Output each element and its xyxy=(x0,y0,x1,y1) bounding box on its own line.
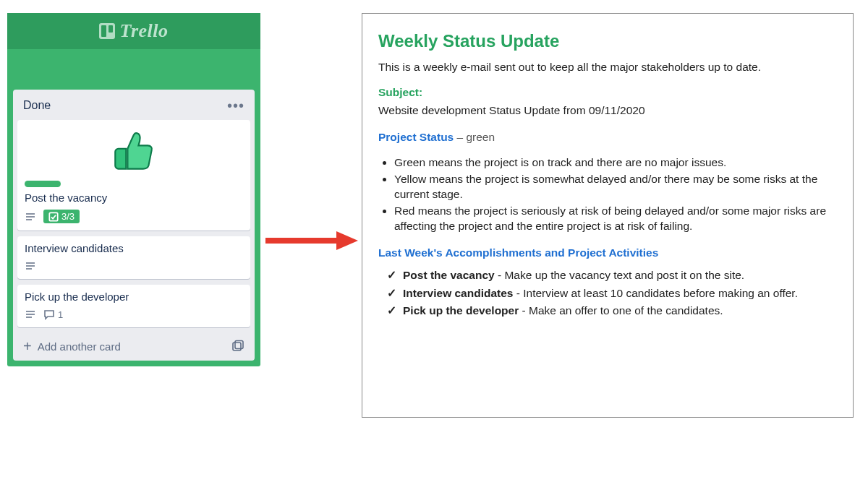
trello-header: Trello xyxy=(7,13,260,49)
status-update-document: Weekly Status Update This is a weekly e-… xyxy=(362,13,854,418)
card-cover xyxy=(25,126,243,178)
trello-logo-icon xyxy=(99,23,115,39)
comment-badge: 1 xyxy=(43,309,63,320)
description-icon xyxy=(25,211,36,223)
trello-brand-name: Trello xyxy=(119,20,168,42)
list-menu-button[interactable]: ••• xyxy=(227,98,244,113)
comment-icon xyxy=(43,309,55,320)
doc-intro: This is a weekly e-mail sent out to keep… xyxy=(378,60,837,75)
subject-value: Website development Status Update from 0… xyxy=(378,103,837,119)
card-post-the-vacancy[interactable]: Post the vacancy 3/3 xyxy=(17,120,250,231)
description-icon xyxy=(25,309,36,320)
accomplishment-item: Pick up the developer - Make an offer to… xyxy=(403,304,837,319)
project-status-value: – green xyxy=(454,131,495,143)
accomplishments-list: Post the vacancy - Make up the vacancy t… xyxy=(378,268,837,319)
accomplishments-heading: Last Week's Accomplishments and Project … xyxy=(378,246,837,261)
card-interview-candidates[interactable]: Interview candidates xyxy=(17,236,250,279)
list-title[interactable]: Done xyxy=(23,99,51,112)
status-definition-green: Green means the project is on track and … xyxy=(394,155,837,171)
add-card-button[interactable]: + Add another card xyxy=(23,339,121,353)
card-title: Post the vacancy xyxy=(25,191,243,204)
card-title: Pick up the developer xyxy=(25,291,243,303)
status-definition-red: Red means the project is seriously at ri… xyxy=(394,204,837,234)
checklist-badge: 3/3 xyxy=(43,210,80,223)
card-badges: 3/3 xyxy=(25,210,243,223)
checklist-count: 3/3 xyxy=(61,211,75,222)
card-badges: 1 xyxy=(25,309,243,320)
accomplishment-item: Interview candidates - Interview at leas… xyxy=(403,286,837,301)
svg-rect-11 xyxy=(235,341,243,349)
add-card-label: Add another card xyxy=(38,340,121,353)
plus-icon: + xyxy=(23,339,32,353)
thumbs-up-icon xyxy=(109,130,159,173)
description-icon xyxy=(25,260,36,272)
comment-count: 1 xyxy=(58,309,63,320)
arrow xyxy=(260,230,362,251)
status-definitions: Green means the project is on track and … xyxy=(378,155,837,234)
list-done: Done ••• Pos xyxy=(13,90,255,361)
create-from-template-button[interactable] xyxy=(231,340,244,353)
trello-logo: Trello xyxy=(99,20,168,42)
subject-label: Subject: xyxy=(378,85,837,100)
board-toolbar xyxy=(7,49,260,90)
card-title: Interview candidates xyxy=(25,242,243,254)
status-definition-yellow: Yellow means the project is somewhat del… xyxy=(394,172,837,202)
doc-title: Weekly Status Update xyxy=(378,30,837,53)
svg-marker-13 xyxy=(336,231,358,250)
list-footer: + Add another card xyxy=(17,333,250,355)
card-label-green xyxy=(25,181,61,187)
svg-rect-10 xyxy=(233,343,241,350)
card-pick-up-the-developer[interactable]: Pick up the developer 1 xyxy=(17,285,250,327)
project-status-label: Project Status xyxy=(378,131,454,143)
card-badges xyxy=(25,260,243,272)
trello-board: Trello Done ••• xyxy=(7,13,260,366)
svg-rect-3 xyxy=(49,212,57,220)
accomplishment-item: Post the vacancy - Make up the vacancy t… xyxy=(403,268,837,283)
list-header: Done ••• xyxy=(17,94,250,120)
project-status-line: Project Status – green xyxy=(378,130,837,145)
